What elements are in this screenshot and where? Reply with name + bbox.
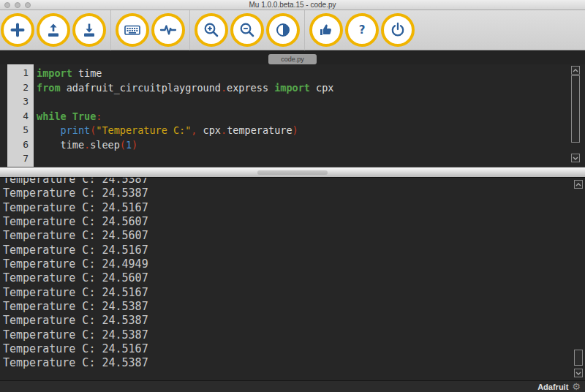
save-button[interactable]	[72, 13, 106, 47]
code-token: time	[72, 67, 102, 79]
console-line: Temperature C: 24.5387	[3, 356, 585, 370]
chevron-down-icon	[575, 372, 581, 375]
console-output: Temperature C: 24.5387Temperature C: 24.…	[0, 178, 585, 371]
code-token: .	[221, 124, 227, 136]
code-line[interactable]: time.sleep(1)	[37, 139, 570, 154]
console-line: Temperature C: 24.5387	[3, 186, 585, 200]
chevron-up-icon	[573, 69, 578, 72]
toolbar-separator	[304, 10, 305, 50]
device-mode-label: Adafruit	[537, 382, 568, 391]
editor-scrollbar-thumb[interactable]	[571, 75, 580, 143]
question-icon: ?	[353, 21, 371, 39]
toolbar: ?	[0, 10, 585, 50]
toolbar-separator	[110, 10, 111, 50]
line-number: 3	[7, 96, 34, 110]
line-number: 1	[7, 67, 34, 82]
upload-icon	[45, 21, 62, 39]
console-scroll-up-button[interactable]	[574, 180, 583, 189]
code-token: time	[37, 139, 84, 151]
console-line: Temperature C: 24.5387	[3, 178, 585, 186]
code-token: )	[132, 139, 137, 151]
mu-editor-window: Mu 1.0.0.beta.15 - code.py ? code.py 123…	[0, 0, 585, 392]
code-token: :	[96, 110, 102, 122]
code-editor[interactable]: 1234567 import timefrom adafruit_circuit…	[0, 64, 585, 167]
console-line: Temperature C: 24.5607	[3, 229, 585, 243]
code-token: (	[120, 139, 126, 151]
toolbar-group	[1, 13, 106, 47]
check-button[interactable]	[309, 13, 343, 47]
code-token: import	[37, 67, 72, 79]
code-token	[67, 110, 72, 122]
toolbar-group	[195, 13, 300, 47]
code-token: True	[72, 110, 97, 122]
new-button[interactable]	[1, 13, 34, 47]
download-icon	[80, 21, 98, 39]
quit-button[interactable]	[381, 13, 415, 47]
editor-scroll-down-button[interactable]	[571, 154, 580, 162]
code-token: import	[274, 82, 310, 94]
code-line[interactable]	[37, 153, 570, 167]
console-line: Temperature C: 24.5387	[3, 328, 585, 342]
code-line[interactable]: while True:	[37, 110, 570, 125]
zoom-out-button[interactable]	[230, 13, 264, 47]
line-number: 6	[7, 139, 34, 154]
code-token: .	[84, 139, 90, 151]
line-number: 5	[7, 124, 34, 139]
toolbar-group: ?	[309, 13, 415, 47]
line-number-gutter: 1234567	[7, 64, 34, 167]
console-scrollbar-thumb[interactable]	[574, 350, 583, 366]
code-line[interactable]: from adafruit_circuitplayground.express …	[37, 82, 570, 97]
line-number: 7	[7, 153, 34, 167]
svg-text:?: ?	[359, 23, 366, 37]
console-line: Temperature C: 24.5167	[3, 244, 585, 257]
console-line: Temperature C: 24.5167	[3, 201, 585, 215]
console-line: Temperature C: 24.5387	[3, 314, 585, 328]
load-button[interactable]	[37, 13, 70, 47]
code-token: express	[227, 82, 274, 94]
code-token: adafruit_circuitplayground	[61, 82, 221, 94]
pulse-icon	[159, 21, 178, 39]
zoom-in-button[interactable]	[195, 13, 228, 47]
power-icon	[389, 21, 407, 39]
code-line[interactable]: print("Temperature C:", cpx.temperature)	[37, 124, 570, 139]
code-token: 1	[126, 139, 132, 151]
code-token: .	[221, 82, 227, 94]
zoom-out-icon	[238, 21, 256, 39]
pane-splitter[interactable]	[0, 167, 585, 178]
code-line[interactable]	[37, 96, 570, 110]
code-token: "Temperature C:"	[96, 124, 191, 136]
console-line: Temperature C: 24.5167	[3, 342, 585, 356]
plus-icon	[9, 21, 26, 39]
code-token: while	[37, 110, 67, 122]
code-area[interactable]: import timefrom adafruit_circuitplaygrou…	[37, 67, 570, 167]
console-line: Temperature C: 24.5167	[3, 286, 585, 300]
code-token: sleep	[90, 139, 120, 151]
code-token	[37, 124, 61, 136]
tab-code-py[interactable]: code.py	[268, 54, 317, 64]
line-number: 2	[7, 82, 34, 97]
help-button[interactable]: ?	[345, 13, 379, 47]
contrast-icon	[274, 21, 292, 39]
chevron-down-icon	[573, 157, 578, 160]
thumbs-up-icon	[317, 21, 335, 39]
code-token: cpx	[197, 124, 221, 136]
zoom-in-icon	[203, 21, 220, 39]
toolbar-separator	[189, 10, 190, 50]
status-bar: Adafruit ⚙	[0, 380, 585, 392]
code-line[interactable]: import time	[37, 67, 570, 82]
console-line: Temperature C: 24.4949	[3, 257, 585, 271]
theme-button[interactable]	[266, 13, 300, 47]
console-line: Temperature C: 24.5607	[3, 271, 585, 285]
chevron-up-icon	[575, 183, 581, 186]
code-token: )	[292, 124, 298, 136]
editor-scroll-up-button[interactable]	[571, 66, 580, 75]
code-token: temperature	[227, 124, 292, 136]
window-title: Mu 1.0.0.beta.15 - code.py	[0, 1, 585, 9]
line-number: 4	[7, 110, 34, 125]
gear-icon[interactable]: ⚙	[572, 382, 581, 392]
serial-button[interactable]	[151, 13, 185, 47]
serial-console[interactable]: Temperature C: 24.5387Temperature C: 24.…	[0, 178, 585, 380]
splitter-handle	[257, 170, 328, 175]
repl-button[interactable]	[116, 13, 149, 47]
console-scroll-down-button[interactable]	[574, 369, 583, 377]
